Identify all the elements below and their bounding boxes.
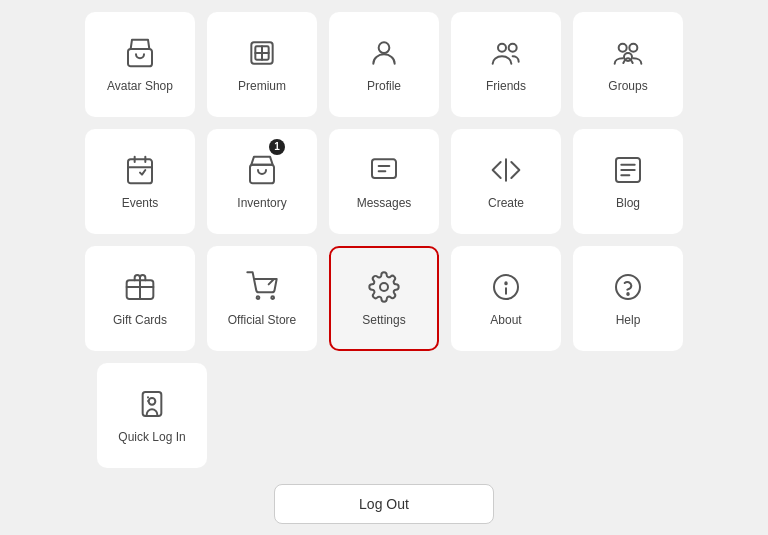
svg-point-7 (509, 44, 517, 52)
svg-point-9 (629, 44, 637, 52)
tile-settings-label: Settings (362, 313, 405, 327)
events-icon (122, 152, 158, 188)
tile-friends-label: Friends (486, 79, 526, 93)
tile-row-4: Quick Log In (97, 363, 671, 468)
tile-official-store-label: Official Store (228, 313, 296, 327)
tile-messages[interactable]: Messages (329, 129, 439, 234)
tile-quick-log-in[interactable]: Quick Log In (97, 363, 207, 468)
tile-quick-log-in-label: Quick Log In (118, 430, 185, 444)
tile-settings[interactable]: Settings (329, 246, 439, 351)
tile-avatar-shop[interactable]: Avatar Shop (85, 12, 195, 117)
tile-create[interactable]: Create (451, 129, 561, 234)
tile-row-2: Events 1 Inventory Messages Create Blo (85, 129, 683, 234)
tile-about[interactable]: About (451, 246, 561, 351)
svg-point-28 (271, 296, 274, 299)
tile-help[interactable]: Help (573, 246, 683, 351)
svg-point-8 (619, 44, 627, 52)
tile-profile-label: Profile (367, 79, 401, 93)
tile-help-label: Help (616, 313, 641, 327)
profile-icon (366, 35, 402, 71)
svg-point-31 (494, 275, 518, 299)
inventory-icon (244, 152, 280, 188)
avatar-shop-icon (122, 35, 158, 71)
tile-groups[interactable]: Groups (573, 12, 683, 117)
blog-icon (610, 152, 646, 188)
tile-create-label: Create (488, 196, 524, 210)
premium-icon (244, 35, 280, 71)
main-container: Avatar Shop Premium Profile Fr (65, 0, 703, 535)
tile-events[interactable]: Events (85, 129, 195, 234)
tile-inventory[interactable]: 1 Inventory (207, 129, 317, 234)
tile-gift-cards-label: Gift Cards (113, 313, 167, 327)
quick-log-in-icon (134, 386, 170, 422)
tile-avatar-shop-label: Avatar Shop (107, 79, 173, 93)
gift-cards-icon (122, 269, 158, 305)
about-icon (488, 269, 524, 305)
tile-profile[interactable]: Profile (329, 12, 439, 117)
svg-point-27 (257, 296, 260, 299)
tile-messages-label: Messages (357, 196, 412, 210)
tile-blog-label: Blog (616, 196, 640, 210)
tile-groups-label: Groups (608, 79, 647, 93)
tile-official-store[interactable]: Official Store (207, 246, 317, 351)
tile-row-1: Avatar Shop Premium Profile Fr (85, 12, 683, 117)
svg-point-37 (149, 398, 156, 405)
create-icon (488, 152, 524, 188)
help-icon (610, 269, 646, 305)
svg-point-5 (379, 42, 390, 53)
groups-icon (610, 35, 646, 71)
svg-point-6 (498, 44, 506, 52)
friends-icon (488, 35, 524, 71)
tile-events-label: Events (122, 196, 159, 210)
tile-about-label: About (490, 313, 521, 327)
settings-icon (366, 269, 402, 305)
tile-premium[interactable]: Premium (207, 12, 317, 117)
inventory-badge: 1 (269, 139, 285, 155)
official-store-icon (244, 269, 280, 305)
messages-icon (366, 152, 402, 188)
svg-point-30 (380, 283, 388, 291)
logout-button[interactable]: Log Out (274, 484, 494, 524)
tile-friends[interactable]: Friends (451, 12, 561, 117)
tile-row-3: Gift Cards Official Store Settings About… (85, 246, 683, 351)
svg-rect-11 (128, 159, 152, 183)
svg-rect-16 (372, 159, 396, 178)
tile-blog[interactable]: Blog (573, 129, 683, 234)
tile-premium-label: Premium (238, 79, 286, 93)
tile-inventory-label: Inventory (237, 196, 286, 210)
tile-gift-cards[interactable]: Gift Cards (85, 246, 195, 351)
